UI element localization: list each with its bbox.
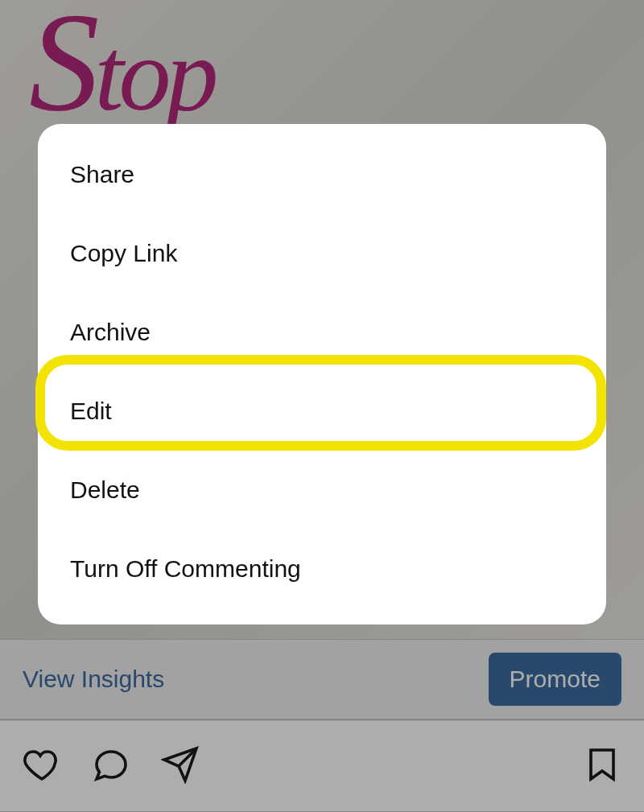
post-options-menu: Share Copy Link Archive Edit Delete Turn… [38,124,606,624]
menu-item-archive[interactable]: Archive [38,293,606,372]
menu-item-share[interactable]: Share [38,135,606,214]
menu-item-delete[interactable]: Delete [38,451,606,530]
menu-item-edit[interactable]: Edit [38,372,606,451]
menu-item-turn-off-commenting[interactable]: Turn Off Commenting [38,530,606,608]
menu-item-copy-link[interactable]: Copy Link [38,214,606,293]
